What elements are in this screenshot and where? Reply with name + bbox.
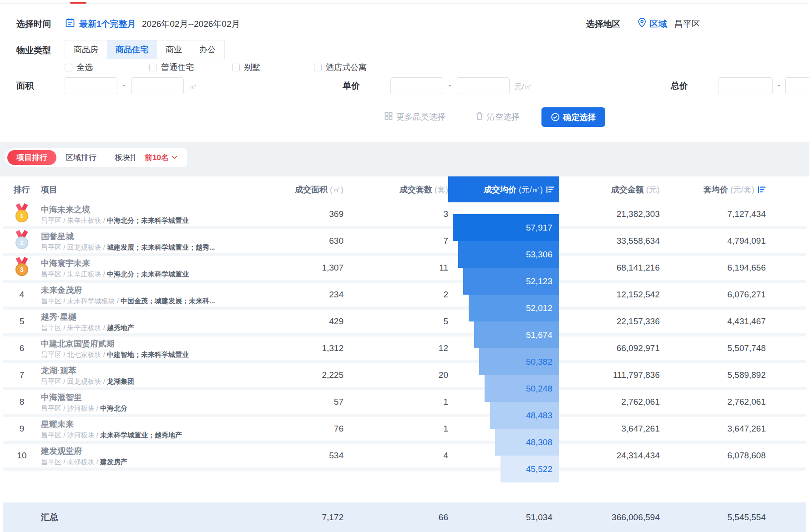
cell-rank: 4 [3,290,41,300]
cell-project[interactable]: 未来金茂府昌平区 / 未来科学城板块 / 中国金茂；城建发展；未来科... [41,284,271,306]
calendar-icon[interactable] [65,18,75,30]
project-name[interactable]: 国誉星城 [41,231,271,241]
project-subtitle: 昌平区 / 朱辛庄板块 / 中海北分；未来科学城置业 [41,216,271,225]
table-row[interactable]: 6中建北京国贤府贰期昌平区 / 北七家板块 / 中建智地；未来科学城置业1,31… [3,336,806,363]
cell-rank: 8 [3,397,41,407]
cell-project[interactable]: 星耀未来昌平区 / 沙河板块 / 未来科学城置业；越秀地产 [41,418,271,440]
unit-price-min-input[interactable] [390,77,443,94]
cell-units: 1 [344,424,448,434]
cell-rank: 7 [3,370,41,380]
price-bar: 57,917 [453,214,559,241]
project-name[interactable]: 龙湖·观萃 [41,366,271,376]
table-row[interactable]: 8中海滙智里昌平区 / 沙河板块 / 中海北分57148,4832,762,06… [3,390,806,417]
checkbox-box[interactable] [65,64,72,71]
project-name[interactable]: 星耀未来 [41,419,271,429]
header-price-sort[interactable]: 成交均价 (元/㎡) [448,176,559,202]
checkbox-酒店式公寓[interactable]: 酒店式公寓 [314,62,367,73]
header-units: 成交套数 (套) [344,184,448,195]
clear-selection-button[interactable]: 清空选择 [475,111,520,122]
cell-rank: 9 [3,424,41,434]
property-tab-商品住宅[interactable]: 商品住宅 [107,40,157,59]
cell-project[interactable]: 国誉星城昌平区 / 回龙观板块 / 城建发展；未来科学城置业；越秀... [41,230,271,252]
cell-project[interactable]: 越秀·星樾昌平区 / 朱辛庄板块 / 越秀地产 [41,311,271,332]
sort-descending-icon [546,186,554,193]
table-row[interactable]: 3中海寰宇未来昌平区 / 朱辛庄板块 / 中海北分；未来科学城置业1,30711… [3,256,806,283]
region-type-link[interactable]: 区域 [650,18,667,30]
table-row[interactable]: 7龙湖·观萃昌平区 / 回龙观板块 / 龙湖集团2,2252050,248111… [3,363,806,390]
total-price-min-input[interactable] [718,77,773,94]
property-tab-商品房[interactable]: 商品房 [65,40,107,59]
project-name[interactable]: 中海未来之境 [41,205,271,215]
cell-area: 630 [271,236,344,246]
summary-price: 51,034 [448,512,559,522]
checkbox-box[interactable] [232,64,240,71]
medal-icon-gold: 1 [14,204,30,225]
project-name[interactable]: 越秀·星樾 [41,312,271,322]
project-name[interactable]: 中海寰宇未来 [41,258,271,268]
checkbox-box[interactable] [314,64,322,71]
unit-price-max-input[interactable] [457,77,510,94]
table-row[interactable]: 5越秀·星樾昌平区 / 朱辛庄板块 / 越秀地产429551,67422,157… [3,310,806,336]
area-min-input[interactable] [65,77,117,94]
cell-rank: 10 [3,451,41,461]
medal-icon-silver: 2 [14,231,30,251]
header-area: 成交面积 (㎡) [271,184,344,195]
region-value[interactable]: 昌平区 [674,18,700,30]
cell-project[interactable]: 龙湖·观萃昌平区 / 回龙观板块 / 龙湖集团 [41,364,271,386]
cell-project[interactable]: 建发观堂府昌平区 / 南邵板块 / 建发房产 [41,445,271,467]
total-price-max-input[interactable] [785,77,809,94]
table-row[interactable]: 9星耀未来昌平区 / 沙河板块 / 未来科学城置业；越秀地产76148,3083… [3,417,806,444]
cell-area: 234 [271,290,344,300]
sort-descending-icon [758,186,766,193]
cell-units: 5 [344,316,448,326]
header-avg-sort[interactable]: 套均价 (元/套) [660,184,766,195]
project-subtitle: 昌平区 / 沙河板块 / 未来科学城置业；越秀地产 [41,431,271,440]
property-tab-商业[interactable]: 商业 [157,40,191,59]
table-header-row: 排行 项目 成交面积 (㎡) 成交套数 (套) 成交均价 (元/㎡) 成交金额 … [3,176,806,202]
cell-project[interactable]: 中建北京国贤府贰期昌平区 / 北七家板块 / 中建智地；未来科学城置业 [41,337,271,359]
confirm-selection-button[interactable]: 确定选择 [541,107,605,127]
property-tab-办公[interactable]: 办公 [191,40,224,59]
total-price-range-label: 总价 [671,80,688,92]
checkbox-label: 全选 [76,62,93,73]
top-n-dropdown[interactable]: 前10名 [135,148,187,167]
table-row[interactable]: 4未来金茂府昌平区 / 未来科学城板块 / 中国金茂；城建发展；未来科...23… [3,283,806,310]
cell-project[interactable]: 中海滙智里昌平区 / 沙河板块 / 中海北分 [41,391,271,413]
time-range-value[interactable]: 2026年02月--2026年02月 [142,18,240,30]
table-row[interactable]: 10建发观堂府昌平区 / 南邵板块 / 建发房产534445,52224,314… [3,444,806,471]
clear-selection-label: 清空选择 [487,111,520,122]
area-max-input[interactable] [131,77,184,94]
cell-area: 2,225 [271,370,344,380]
filter-actions-row: 更多品类选择 清空选择 确定选择 [0,106,809,127]
cell-project[interactable]: 中海未来之境昌平区 / 朱辛庄板块 / 中海北分；未来科学城置业 [41,203,271,225]
ranking-tab-项目排行[interactable]: 项目排行 [7,150,56,165]
subtype-checkbox-row: 全选普通住宅别墅酒店式公寓 [0,62,809,73]
project-name[interactable]: 未来金茂府 [41,285,271,295]
ranking-tab-区域排行[interactable]: 区域排行 [56,150,106,165]
project-name[interactable]: 建发观堂府 [41,446,271,456]
cell-area: 76 [271,424,344,434]
cell-project[interactable]: 中海寰宇未来昌平区 / 朱辛庄板块 / 中海北分；未来科学城置业 [41,257,271,279]
region-filter-label: 选择地区 [586,18,621,30]
checkbox-全选[interactable]: 全选 [65,62,93,73]
checkbox-普通住宅[interactable]: 普通住宅 [149,62,194,73]
location-pin-icon[interactable] [637,17,647,30]
cell-area: 1,307 [271,263,344,273]
project-subtitle: 昌平区 / 朱辛庄板块 / 越秀地产 [41,323,271,332]
cell-amount: 68,141,216 [559,263,660,273]
project-name[interactable]: 中建北京国贤府贰期 [41,339,271,349]
cell-avg: 4,794,091 [660,236,766,246]
more-categories-button[interactable]: 更多品类选择 [384,111,445,122]
table-row[interactable]: 1中海未来之境昌平区 / 朱辛庄板块 / 中海北分；未来科学城置业369357,… [3,202,806,229]
table-row[interactable]: 2国誉星城昌平区 / 回龙观板块 / 城建发展；未来科学城置业；越秀...630… [3,229,806,256]
checkbox-box[interactable] [149,64,157,71]
time-preset-link[interactable]: 最新1个完整月 [79,18,136,30]
header-amount: 成交金额 (元) [559,184,660,195]
checkbox-别墅[interactable]: 别墅 [232,62,260,73]
project-name[interactable]: 中海滙智里 [41,392,271,402]
confirm-selection-label: 确定选择 [563,112,596,123]
cell-amount: 2,762,061 [559,397,660,407]
price-bar: 52,123 [463,268,559,295]
project-subtitle: 昌平区 / 北七家板块 / 中建智地；未来科学城置业 [41,350,271,359]
ranking-toolbar: 项目排行区域排行板块排行 前10名 [0,142,809,176]
